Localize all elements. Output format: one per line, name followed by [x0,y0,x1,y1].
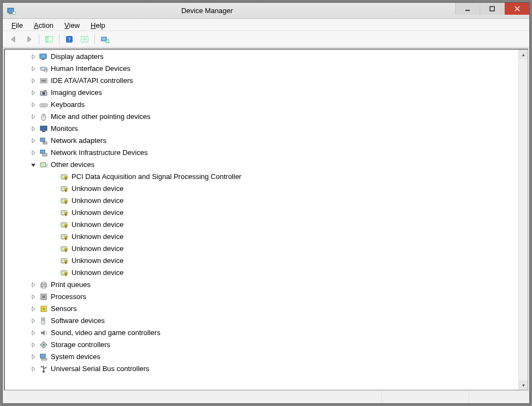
expand-icon[interactable] [30,77,37,84]
tree-node-label: Monitors [51,123,78,135]
tree-node[interactable]: Network adapters [5,135,518,147]
help-button[interactable]: ? [63,33,76,46]
tree-node[interactable]: PCI Data Acquisition and Signal Processi… [5,171,518,183]
svg-rect-69 [42,286,45,288]
forward-button[interactable] [22,33,35,46]
tree-node-label: Other devices [51,159,94,171]
svg-point-22 [43,92,45,95]
warning-device-icon [59,172,69,182]
tree-node[interactable]: Monitors [5,123,518,135]
tree-node[interactable]: Imaging devices [5,87,518,99]
tree-node[interactable]: Human Interface Devices [5,63,518,75]
expand-icon[interactable] [30,330,37,336]
titlebar[interactable]: Device Manager [3,3,529,19]
hid-icon [39,64,49,74]
menu-view[interactable]: View [59,20,85,31]
tree-node-label: Keyboards [51,99,85,111]
menu-action[interactable]: Action [28,20,59,31]
expand-placeholder [51,174,57,180]
toolbar-separator [59,34,59,44]
tree-node[interactable]: Sensors [5,303,518,315]
close-button[interactable] [504,3,529,15]
svg-rect-24 [40,104,47,107]
vertical-scrollbar[interactable]: ▴ ▾ [518,50,528,390]
show-hide-console-button[interactable] [43,33,56,46]
expand-icon[interactable] [30,53,37,60]
tree-node[interactable]: ?Other devices [5,159,518,171]
svg-rect-16 [41,59,45,60]
menu-file[interactable]: File [6,20,28,31]
expand-placeholder [51,270,57,276]
scan-hardware-button[interactable] [78,33,91,46]
tree-node[interactable]: Unknown device [5,207,518,219]
tree-node[interactable]: Unknown device [5,231,518,243]
tree-node-label: Unknown device [71,183,123,195]
collapse-icon[interactable] [30,162,37,168]
expand-icon[interactable] [30,138,37,144]
expand-icon[interactable] [30,282,37,288]
maximize-button[interactable] [480,3,504,15]
warning-device-icon [59,256,69,266]
expand-icon[interactable] [30,65,37,72]
expand-icon[interactable] [30,342,37,348]
tree-node[interactable]: System devices [5,351,518,363]
tree-node[interactable]: Storage controllers [5,339,518,351]
expand-icon[interactable] [30,306,37,312]
svg-rect-77 [40,354,45,358]
tree-node[interactable]: Processors [5,291,518,303]
mouse-icon [39,112,49,122]
tree-node[interactable]: Unknown device [5,183,518,195]
expand-icon[interactable] [30,89,37,96]
expand-placeholder [51,246,57,252]
scroll-down-button[interactable]: ▾ [519,380,528,390]
expand-icon[interactable] [30,101,37,108]
toolbar-separator [39,34,39,44]
expand-icon[interactable] [30,318,37,324]
svg-point-81 [41,366,42,367]
tree-node[interactable]: Universal Serial Bus controllers [5,363,518,375]
other-icon: ? [39,160,49,170]
tree-node[interactable]: IDE ATA/ATAPI controllers [5,75,518,87]
tree-node[interactable]: Unknown device [5,243,518,255]
expand-icon[interactable] [30,126,37,132]
tree-node[interactable]: Unknown device [5,267,518,279]
expand-icon[interactable] [30,114,37,120]
expand-icon[interactable] [30,150,37,156]
svg-rect-82 [45,367,46,368]
scan-for-changes-button[interactable] [98,33,111,46]
menu-help[interactable]: Help [85,20,111,31]
tree-node[interactable]: Mice and other pointing devices [5,111,518,123]
window-title: Device Manager [19,7,395,15]
expand-placeholder [51,210,57,216]
display-icon [39,52,49,62]
minimize-button[interactable] [455,3,480,15]
tree-node[interactable]: Software devices [5,315,518,327]
scroll-up-button[interactable]: ▴ [519,50,528,59]
tree-node[interactable]: Sound, video and game controllers [5,327,518,339]
usb-icon [39,364,49,374]
tree-node[interactable]: Network Infrastructure Devices [5,147,518,159]
tree-node[interactable]: Unknown device [5,219,518,231]
svg-point-36 [43,154,44,156]
tree-node[interactable]: Print queues [5,279,518,291]
menubar: File Action View Help [3,19,529,31]
expand-icon[interactable] [30,294,37,300]
expand-icon[interactable] [30,354,37,360]
statusbar [3,390,529,403]
svg-rect-75 [43,319,44,321]
device-tree[interactable]: Display adaptersHuman Interface DevicesI… [5,50,518,390]
device-tree-panel: Display adaptersHuman Interface DevicesI… [4,49,528,390]
tree-node[interactable]: Unknown device [5,255,518,267]
tree-node-label: Storage controllers [51,339,110,351]
svg-point-73 [43,308,45,310]
tree-node-label: IDE ATA/ATAPI controllers [51,75,133,87]
warning-device-icon [59,196,69,206]
tree-node-label: Print queues [51,279,91,291]
tree-node[interactable]: Keyboards [5,99,518,111]
tree-node-label: Mice and other pointing devices [51,111,151,123]
expand-icon[interactable] [30,366,37,372]
back-button[interactable] [7,33,20,46]
tree-node[interactable]: Display adapters [5,51,518,63]
svg-rect-8 [46,37,48,42]
tree-node[interactable]: Unknown device [5,195,518,207]
